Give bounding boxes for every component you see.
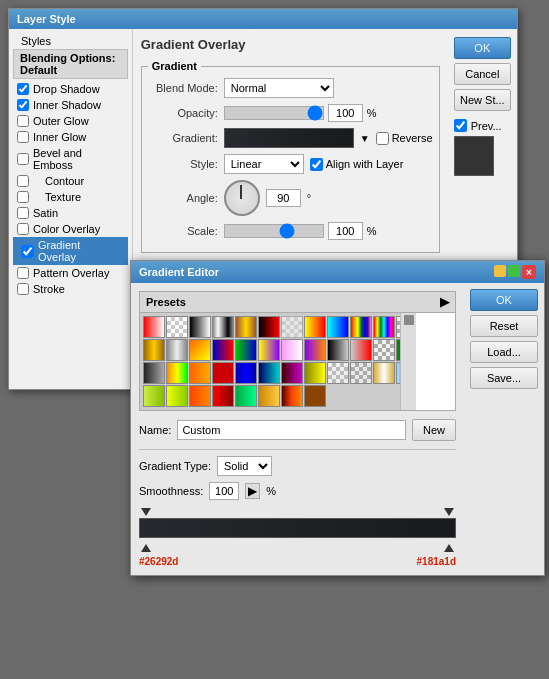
preset-swatch[interactable] — [143, 362, 165, 384]
blend-mode-select[interactable]: Normal Multiply Screen — [224, 78, 334, 98]
sidebar-item-outer-glow[interactable]: Outer Glow — [13, 113, 128, 129]
sidebar-item-stroke[interactable]: Stroke — [13, 281, 128, 297]
sidebar-item-drop-shadow[interactable]: Drop Shadow — [13, 81, 128, 97]
sidebar-item-inner-shadow[interactable]: Inner Shadow — [13, 97, 128, 113]
reverse-checkbox[interactable] — [376, 132, 389, 145]
opacity-stop-left[interactable] — [141, 508, 151, 516]
preset-swatch[interactable] — [189, 385, 211, 407]
preset-swatch[interactable] — [350, 316, 372, 338]
preset-swatch[interactable] — [143, 339, 165, 361]
new-gradient-button[interactable]: New — [412, 419, 456, 441]
preset-swatch[interactable] — [143, 316, 165, 338]
preset-swatch[interactable] — [327, 339, 349, 361]
preset-swatch[interactable] — [189, 316, 211, 338]
angle-row: Angle: ° — [148, 180, 433, 216]
preset-swatch[interactable] — [304, 385, 326, 407]
opacity-stop-right[interactable] — [444, 508, 454, 516]
presets-expand-icon[interactable]: ▶ — [440, 295, 449, 309]
new-style-button[interactable]: New St... — [454, 89, 511, 111]
style-select[interactable]: Linear Radial Angle — [224, 154, 304, 174]
ge-ok-button[interactable]: OK — [470, 289, 538, 311]
maximize-button[interactable] — [508, 265, 520, 277]
scale-row: Scale: % — [148, 222, 433, 240]
ge-load-button[interactable]: Load... — [470, 341, 538, 363]
opacity-label: Opacity: — [148, 107, 218, 119]
align-layer-checkbox[interactable] — [310, 158, 323, 171]
preset-swatch[interactable] — [281, 339, 303, 361]
sidebar-styles[interactable]: Styles — [13, 33, 128, 49]
preset-swatch[interactable] — [304, 339, 326, 361]
scale-slider[interactable] — [224, 224, 324, 238]
preset-swatch[interactable] — [327, 362, 349, 384]
preset-swatch[interactable] — [258, 339, 280, 361]
gradient-dropdown-arrow[interactable]: ▼ — [360, 133, 370, 144]
sidebar-item-pattern-overlay[interactable]: Pattern Overlay — [13, 265, 128, 281]
smoothness-stepper[interactable]: ▶ — [245, 483, 260, 499]
preset-swatch[interactable] — [166, 316, 188, 338]
preset-swatch[interactable] — [373, 339, 395, 361]
preset-swatch[interactable] — [235, 339, 257, 361]
opacity-value[interactable] — [328, 104, 363, 122]
angle-value[interactable] — [266, 189, 301, 207]
preset-swatch[interactable] — [304, 316, 326, 338]
preset-swatch[interactable] — [327, 316, 349, 338]
preset-swatch[interactable] — [212, 316, 234, 338]
ge-reset-button[interactable]: Reset — [470, 315, 538, 337]
minimize-button[interactable] — [494, 265, 506, 277]
presets-scrollbar[interactable] — [400, 313, 416, 410]
preset-swatch[interactable] — [373, 316, 395, 338]
preset-swatch[interactable] — [166, 362, 188, 384]
preset-swatch[interactable] — [212, 385, 234, 407]
sidebar-item-satin[interactable]: Satin — [13, 205, 128, 221]
preset-swatch[interactable] — [189, 362, 211, 384]
gradient-bar[interactable] — [139, 518, 456, 538]
preset-swatch[interactable] — [212, 339, 234, 361]
preset-swatch[interactable] — [235, 316, 257, 338]
style-label: Style: — [148, 158, 218, 170]
layer-style-title: Layer Style — [17, 13, 76, 25]
preset-swatch[interactable] — [166, 385, 188, 407]
preset-swatch[interactable] — [281, 362, 303, 384]
opacity-slider[interactable] — [224, 106, 324, 120]
preset-swatch[interactable] — [350, 362, 372, 384]
sidebar-item-bevel-emboss[interactable]: Bevel and Emboss — [13, 145, 128, 173]
ge-save-button[interactable]: Save... — [470, 367, 538, 389]
preset-swatch[interactable] — [281, 316, 303, 338]
preset-swatch[interactable] — [350, 339, 372, 361]
ok-button[interactable]: OK — [454, 37, 511, 59]
sidebar-item-color-overlay[interactable]: Color Overlay — [13, 221, 128, 237]
scale-value[interactable] — [328, 222, 363, 240]
close-button[interactable]: × — [522, 265, 536, 279]
gradient-editor-titlebar: Gradient Editor × — [131, 261, 544, 283]
preset-swatch[interactable] — [304, 362, 326, 384]
preset-swatch[interactable] — [235, 362, 257, 384]
name-input[interactable]: Custom — [177, 420, 406, 440]
preset-swatch[interactable] — [373, 362, 395, 384]
blend-mode-label: Blend Mode: — [148, 82, 218, 94]
preview-container: Prev... — [454, 119, 511, 132]
sidebar-item-contour[interactable]: Contour — [13, 173, 128, 189]
preset-swatch[interactable] — [166, 339, 188, 361]
preset-swatch[interactable] — [189, 339, 211, 361]
reverse-label: Reverse — [376, 132, 433, 145]
preset-swatch[interactable] — [235, 385, 257, 407]
color-stop-left[interactable] — [141, 544, 151, 552]
sidebar-blending-options[interactable]: Blending Options: Default — [13, 49, 128, 79]
cancel-button[interactable]: Cancel — [454, 63, 511, 85]
sidebar-item-texture[interactable]: Texture — [13, 189, 128, 205]
preset-swatch[interactable] — [212, 362, 234, 384]
gradient-preview-swatch[interactable] — [224, 128, 354, 148]
preset-swatch[interactable] — [258, 385, 280, 407]
sidebar-item-inner-glow[interactable]: Inner Glow — [13, 129, 128, 145]
preset-swatch[interactable] — [143, 385, 165, 407]
preset-swatch[interactable] — [258, 362, 280, 384]
color-stop-right[interactable] — [444, 544, 454, 552]
preview-thumbnail — [454, 136, 494, 176]
gradient-type-select[interactable]: Solid Noise — [217, 456, 272, 476]
smoothness-value[interactable] — [209, 482, 239, 500]
preset-swatch[interactable] — [258, 316, 280, 338]
sidebar-item-gradient-overlay[interactable]: Gradient Overlay — [13, 237, 128, 265]
preset-swatch[interactable] — [281, 385, 303, 407]
preview-checkbox[interactable] — [454, 119, 467, 132]
angle-dial[interactable] — [224, 180, 260, 216]
